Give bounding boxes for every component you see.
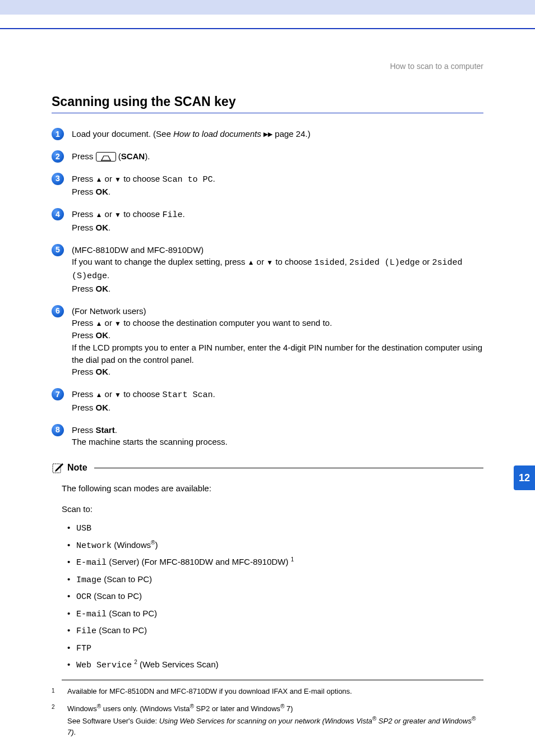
button-label: SCAN	[121, 151, 145, 161]
note-icon	[52, 462, 65, 474]
mode-code: Web Service	[76, 661, 132, 670]
top-stripe	[0, 0, 535, 15]
list-item: Web Service 2 (Web Services Scan)	[67, 657, 483, 674]
step-text: Press	[72, 330, 96, 340]
step-5: 5 (MFC-8810DW and MFC-8910DW) If you wan…	[52, 244, 483, 295]
reg-mark: ®	[472, 716, 476, 722]
step-text: Press	[72, 174, 96, 183]
step-text: Press	[72, 209, 96, 219]
fn-part: 7)	[284, 704, 293, 713]
step-text: If the LCD prompts you to enter a PIN nu…	[72, 343, 482, 365]
step-text: page 24.)	[273, 129, 311, 139]
model-note: (MFC-8810DW and MFC-8910DW)	[72, 245, 204, 255]
step-text: .	[107, 270, 109, 280]
mode-text: (Server) (For MFC-8810DW and MFC-8910DW)	[107, 557, 290, 566]
footnote-1: 1 Available for MFC-8510DN and MFC-8710D…	[52, 686, 483, 697]
note-rule-bottom	[62, 680, 483, 680]
note-header: Note	[52, 462, 483, 474]
step-text: The machine starts the scanning process.	[72, 437, 228, 446]
mode-text: (Scan to PC)	[102, 574, 152, 584]
step-text: or	[102, 318, 114, 328]
step-text: .	[108, 284, 110, 293]
step-text: .	[108, 367, 110, 376]
step-badge: 1	[52, 128, 64, 140]
step-text: Press	[72, 187, 96, 196]
step-badge: 8	[52, 424, 64, 436]
step-text: If you want to change the duplex setting…	[72, 257, 248, 266]
footnote-2: 2 Windows® users only. (Windows Vista® S…	[52, 702, 483, 737]
note-block: Note The following scan modes are availa…	[52, 462, 483, 680]
up-arrow-icon: ▲	[248, 259, 255, 266]
step-text: to choose	[121, 389, 162, 399]
step-text: .	[108, 403, 110, 412]
step-4: 4 Press ▲ or ▼ to choose File. Press OK.	[52, 208, 483, 234]
footnote-text: Windows® users only. (Windows Vista® SP2…	[67, 702, 483, 737]
step-text: Press	[72, 403, 96, 412]
menu-option: 2sided (L)edge	[349, 258, 420, 268]
button-label: Start	[96, 425, 115, 435]
step-7: 7 Press ▲ or ▼ to choose Start Scan. Pre…	[52, 388, 483, 414]
step-text: .	[108, 330, 110, 340]
down-arrow-icon: ▼	[114, 176, 121, 183]
mode-code: Image	[76, 575, 102, 585]
mode-text: )	[155, 540, 158, 550]
list-item: USB	[67, 520, 483, 537]
up-arrow-icon: ▲	[96, 391, 103, 399]
note-rule	[94, 468, 483, 468]
mode-text: (Windows	[112, 540, 151, 550]
scan-key-icon	[96, 152, 116, 162]
footnote-ref: 1	[290, 556, 294, 563]
step-text: or	[254, 257, 266, 266]
button-label: OK	[96, 330, 109, 340]
mode-text: (Web Services Scan)	[137, 660, 219, 669]
reg-mark: ®	[190, 703, 194, 709]
list-item: File (Scan to PC)	[67, 623, 483, 640]
step-text: to choose	[121, 209, 162, 219]
up-arrow-icon: ▲	[96, 320, 103, 328]
menu-option: Start Scan	[162, 390, 213, 400]
step-text: (	[116, 151, 121, 161]
note-intro: The following scan modes are available:	[62, 481, 483, 496]
step-text: (For Network users)	[72, 306, 146, 316]
step-text: to choose	[121, 174, 162, 183]
step-text: Press	[72, 425, 96, 435]
step-text: Press	[72, 389, 96, 399]
button-label: OK	[96, 403, 109, 412]
fn-part: 7)	[67, 728, 74, 736]
step-list: 1 Load your document. (See How to load d…	[52, 128, 483, 448]
footnote-text: Available for MFC-8510DN and MFC-8710DW …	[67, 686, 352, 697]
step-text: Load your document. (See	[72, 129, 173, 139]
step-badge: 4	[52, 208, 64, 220]
mode-text: (Scan to PC)	[96, 625, 147, 635]
step-text: .	[213, 389, 215, 399]
fn-part: .	[74, 728, 76, 736]
step-text: .	[115, 425, 117, 435]
down-arrow-icon: ▼	[114, 320, 121, 328]
step-text: ,	[344, 257, 349, 266]
step-text: to choose the destination computer you w…	[121, 318, 332, 328]
down-arrow-icon: ▼	[266, 259, 273, 266]
step-text: Press	[72, 223, 96, 232]
fn-part: Windows	[67, 704, 97, 713]
step-text: Press	[72, 367, 96, 376]
chapter-tab: 12	[514, 465, 535, 490]
list-item: FTP	[67, 640, 483, 657]
step-1: 1 Load your document. (See How to load d…	[52, 128, 483, 140]
step-text: .	[182, 209, 185, 219]
step-text: Press	[72, 284, 96, 293]
mode-code: Network	[76, 541, 112, 551]
page-title: Scanning using the SCAN key	[52, 94, 483, 113]
step-text: or	[102, 389, 114, 399]
step-text: .	[108, 223, 110, 232]
step-text: or	[102, 174, 114, 183]
scan-modes-list: USB Network (Windows®) E-mail (Server) (…	[62, 520, 483, 674]
note-body: The following scan modes are available: …	[52, 481, 483, 674]
fn-part: Using Web Services for scanning on your …	[159, 717, 372, 725]
button-label: OK	[96, 187, 109, 196]
button-label: OK	[96, 223, 109, 232]
step-text: to choose	[273, 257, 314, 266]
fn-part: SP2 or greater and Windows	[376, 717, 472, 725]
list-item: Image (Scan to PC)	[67, 571, 483, 589]
step-text: or	[102, 209, 114, 219]
step-2: 2 Press (SCAN).	[52, 150, 483, 163]
